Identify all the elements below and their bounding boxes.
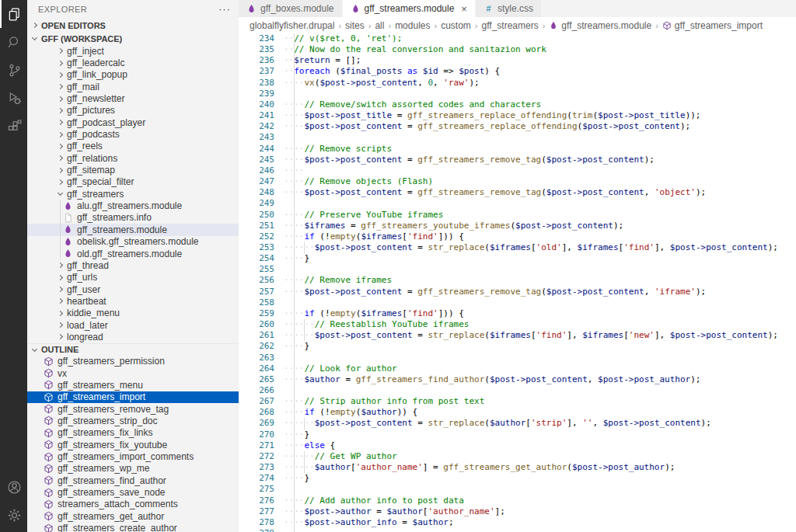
tree-item-gff-special-filter[interactable]: gff_special_filter	[27, 176, 239, 188]
outline-section[interactable]: OUTLINE	[27, 343, 239, 356]
line-number: 249	[239, 198, 274, 209]
more-actions-icon[interactable]: ···	[218, 5, 231, 13]
tree-item-gff-leadercalc[interactable]: gff_leadercalc	[27, 57, 239, 68]
tree-item-gff-podcast-player[interactable]: gff_podcast_player	[27, 116, 239, 128]
line-number: 250	[239, 210, 274, 221]
activity-explorer-button[interactable]	[0, 0, 27, 28]
activity-search-button[interactable]	[0, 28, 27, 56]
file-icon	[63, 213, 73, 223]
breadcrumb-item-gff-streamers[interactable]: gff_streamers	[482, 20, 539, 31]
breadcrumb-separator: ›	[388, 21, 391, 30]
outline-tree: gff_streamers_permissionvxgff_streamers_…	[27, 356, 239, 532]
outline-item-gff-streamers-fix-links[interactable]: gff_streamers_fix_links	[27, 427, 239, 439]
chevron-right-icon	[58, 298, 63, 304]
breadcrumb-separator: ›	[475, 21, 478, 30]
outline-item-gff-streamers-save-node[interactable]: gff_streamers_save_node	[27, 486, 239, 498]
tree-item-obelisk-gff-streamers-module[interactable]: obelisk.gff_streamers.module	[27, 236, 239, 248]
line-number: 254	[239, 253, 274, 264]
tree-item-gff-urls[interactable]: gff_urls	[27, 272, 239, 283]
breadcrumb-item-modules[interactable]: modules	[395, 20, 430, 31]
outline-item-gff-streamers-strip-doc[interactable]: gff_streamers_strip_doc	[27, 415, 239, 426]
whitespace-dots: ····	[284, 517, 305, 527]
code-line-276: 276····// Add author info to post data	[239, 495, 796, 506]
whitespace-dots: ······	[284, 319, 315, 329]
outline-item-gff-streamers-menu[interactable]: gff_streamers_menu	[27, 379, 239, 391]
outline-item-gff-streamers-import-comments[interactable]: gff_streamers_import_comments	[27, 450, 239, 462]
activity-extensions-button[interactable]	[0, 112, 27, 140]
tree-item-gff-thread[interactable]: gff_thread	[27, 259, 239, 271]
chevron-down-icon	[58, 190, 63, 196]
chevron-right-icon	[58, 72, 63, 78]
workspace-section[interactable]: GFF (WORKSPACE)	[27, 32, 239, 45]
outline-item-gff-streamers-import[interactable]: gff_streamers_import	[27, 391, 239, 403]
chevron-right-icon	[58, 275, 63, 280]
activity-settings-button[interactable]	[0, 501, 27, 529]
outline-item-gff-streamers-remove-tag[interactable]: gff_streamers_remove_tag	[27, 403, 239, 415]
folder-name: gff_streamers	[67, 189, 124, 200]
outline-item-gff-streamers-find-author[interactable]: gff_streamers_find_author	[27, 475, 239, 486]
tab-label: gff_boxes.module	[260, 3, 334, 14]
tree-item-gff-user[interactable]: gff_user	[27, 283, 239, 295]
code-line-235: 235··// Now do the real conversion and s…	[239, 44, 796, 55]
line-number: 247	[239, 176, 274, 187]
method-icon	[44, 368, 54, 378]
method-icon	[44, 523, 54, 532]
tree-item-gff-pictures[interactable]: gff_pictures	[27, 105, 239, 116]
tree-item-load-later[interactable]: load_later	[27, 319, 239, 331]
line-content: ··// Now do the real conversion and sani…	[284, 44, 546, 55]
breadcrumb-label: gff_streamers.module	[561, 20, 651, 31]
activity-source-control-button[interactable]	[0, 56, 27, 84]
tree-item-gff-sitemap[interactable]: gff_sitemap	[27, 164, 239, 176]
tree-item-gff-podcasts[interactable]: gff_podcasts	[27, 128, 239, 140]
line-content: ····vx($post->post_content, 0, 'raw');	[284, 78, 480, 89]
tree-item-kiddie-menu[interactable]: kiddie_menu	[27, 308, 239, 319]
outline-item-vx[interactable]: vx	[27, 367, 239, 379]
close-icon[interactable]: ×	[461, 4, 467, 14]
tree-item-gff-streamers-info[interactable]: gff_streamers.info	[27, 212, 239, 224]
tree-item-old-gff-streamers-module[interactable]: old.gff_streamers.module	[27, 248, 239, 259]
outline-item-gff-streamers-get-author[interactable]: gff_streamers_get_author	[27, 510, 239, 522]
outline-item-gff-streamers-permission[interactable]: gff_streamers_permission	[27, 356, 239, 367]
outline-item-gff-streamers-wp-me[interactable]: gff_streamers_wp_me	[27, 463, 239, 475]
tab-gff-boxes-module[interactable]: gff_boxes.module	[239, 0, 343, 17]
tab-style-css[interactable]: #style.css	[476, 0, 542, 17]
breadcrumb-item-gff-streamers-import[interactable]: gff_streamers_import	[662, 20, 763, 31]
method-icon	[44, 464, 54, 474]
tree-item-gff-relations[interactable]: gff_relations	[27, 152, 239, 164]
tree-item-gff-link-popup[interactable]: gff_link_popup	[27, 69, 239, 81]
breadcrumb-item-globalflyfisher-drupal[interactable]: globalflyfisher.drupal	[250, 20, 334, 31]
line-number: 264	[239, 363, 274, 374]
code-line-275: 275	[239, 484, 796, 495]
tree-item-gff-reels[interactable]: gff_reels	[27, 141, 239, 152]
tree-item-gff-streamers[interactable]: gff_streamers	[27, 188, 239, 200]
code-editor[interactable]: 234··// v($ret, 0, 'ret');235··// Now do…	[239, 33, 796, 532]
breadcrumb-item-custom[interactable]: custom	[441, 20, 471, 31]
outline-item-gff-streamers-fix-youtube[interactable]: gff_streamers_fix_youtube	[27, 439, 239, 450]
sidebar-title: EXPLORER	[38, 5, 87, 14]
breadcrumb-item-gff-streamers-module[interactable]: gff_streamers.module	[549, 20, 651, 31]
line-number: 275	[239, 484, 274, 495]
tree-item-longread[interactable]: longread	[27, 331, 239, 342]
tree-item-gff-inject[interactable]: gff_inject	[27, 45, 239, 57]
line-content: ····$post->post_title = gff_streamers_re…	[284, 110, 701, 121]
activity-run-debug-button[interactable]	[0, 84, 27, 112]
line-content: ······$post->post_content = str_replace(…	[284, 242, 778, 253]
tree-item-gff-newsletter[interactable]: gff_newsletter	[27, 92, 239, 104]
outline-item-streamers-attach-comments[interactable]: streamers_attach_comments	[27, 499, 239, 510]
code-line-240: 240····// Remove/switch assorted codes a…	[239, 99, 796, 110]
activity-account-button[interactable]	[0, 473, 27, 501]
account-icon	[6, 479, 23, 495]
tree-item-heartbeat[interactable]: heartbeat	[27, 295, 239, 307]
open-editors-section[interactable]: OPEN EDITORS	[27, 19, 239, 32]
tree-item-gff-streamers-module[interactable]: gff_streamers.module	[27, 224, 239, 235]
breadcrumb-item-sites[interactable]: sites	[345, 20, 365, 31]
tab-gff-streamers-module[interactable]: gff_streamers.module×	[343, 0, 476, 17]
line-number: 243	[239, 132, 274, 143]
whitespace-dots: ··	[284, 44, 294, 54]
breadcrumb-item-all[interactable]: all	[375, 20, 384, 31]
outline-item-gff-streamers-create-author[interactable]: gff_streamers_create_author	[27, 522, 239, 532]
tree-item-alu-gff-streamers-module[interactable]: alu.gff_streamers.module	[27, 200, 239, 211]
chevron-down-icon	[32, 346, 37, 352]
tree-item-gff-mail[interactable]: gff_mail	[27, 81, 239, 92]
symbol-name: gff_streamers_create_author	[58, 523, 177, 532]
